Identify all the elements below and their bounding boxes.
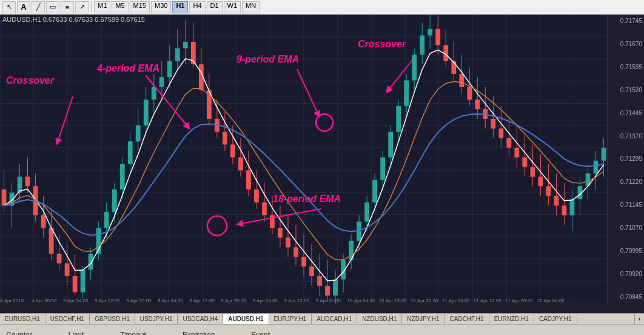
price-level-8: 0.71145 [610, 201, 642, 208]
cursor-tool[interactable]: ↖ [2, 1, 16, 13]
tab-eurusd[interactable]: EURUSD,H1 [0, 314, 45, 324]
price-level-11: 0.70920 [610, 271, 642, 277]
tab-nzdusd[interactable]: NZDUSD,H1 [357, 314, 402, 324]
tab-usdjpy[interactable]: USDJPY,H1 [135, 314, 178, 324]
tf-mn[interactable]: MN [242, 1, 260, 13]
time-axis [0, 303, 608, 313]
chart-wrapper: AUDUSD,H1 0.67633 0.67633 0.67589 0.6761… [0, 15, 644, 303]
expiration-label[interactable]: Expiration [183, 331, 215, 336]
price-level-4: 0.71445 [610, 110, 642, 117]
toolbar-separator-1 [91, 2, 92, 13]
tab-audcad[interactable]: AUDCAD,H1 [312, 314, 357, 324]
tab-cadchf[interactable]: CADCHF,H1 [445, 314, 489, 324]
price-level-0: 0.71745 [610, 18, 642, 24]
rect-tool[interactable]: ▭ [46, 1, 59, 13]
tf-m1[interactable]: M1 [94, 1, 110, 13]
tab-audusd[interactable]: AUDUSD,H1 [223, 314, 269, 324]
chart-canvas[interactable] [0, 15, 608, 303]
price-scale-bottom [608, 303, 644, 313]
counter-label[interactable]: Counter [6, 331, 32, 336]
main-toolbar: ↖ A ╱ ▭ ≡ ↗ M1 M5 M15 M30 H1 H4 D1 W1 MN [0, 0, 644, 15]
tab-nzdjpy[interactable]: NZDJPY,H1 [402, 314, 444, 324]
timeout-label[interactable]: Timeout [120, 331, 146, 336]
time-canvas [0, 303, 608, 313]
fib-tool[interactable]: ≡ [61, 1, 74, 13]
tab-usdchf[interactable]: USDCHF,H1 [45, 314, 90, 324]
tf-w1[interactable]: W1 [224, 1, 241, 13]
tab-eurnzd[interactable]: EURNZD,H1 [489, 314, 534, 324]
price-scale: 0.71745 0.71670 0.71595 0.71520 0.71445 … [608, 15, 644, 303]
price-level-1: 0.71670 [610, 41, 642, 47]
price-level-9: 0.71070 [610, 225, 642, 231]
chart-main[interactable]: AUDUSD,H1 0.67633 0.67633 0.67589 0.6761… [0, 15, 608, 303]
tab-gbpusd[interactable]: GBPUSD,H1 [90, 314, 135, 324]
price-level-5: 0.71370 [610, 133, 642, 140]
bottom-bar: Counter Limit Timeout Expiration Event [0, 324, 644, 335]
tf-m30[interactable]: M30 [151, 1, 171, 13]
symbol-label: AUDUSD,H1 [2, 16, 41, 23]
limit-label[interactable]: Limit [69, 331, 84, 336]
price-level-7: 0.71220 [610, 178, 642, 185]
tab-cadjpy[interactable]: CADJPY,H1 [534, 314, 577, 324]
tf-d1[interactable]: D1 [207, 1, 223, 13]
price-level-2: 0.71595 [610, 64, 642, 70]
tf-m5[interactable]: M5 [112, 1, 128, 13]
arrow-tool[interactable]: ↗ [75, 1, 89, 13]
price-level-3: 0.71520 [610, 87, 642, 93]
line-tool[interactable]: ╱ [32, 1, 45, 13]
tab-eurjpy[interactable]: EURJPY,H1 [269, 314, 312, 324]
text-tool[interactable]: A [17, 1, 30, 13]
tf-h4[interactable]: H4 [189, 1, 205, 13]
price-level-10: 0.70995 [610, 248, 642, 254]
symbol-bar: AUDUSD,H1 0.67633 0.67633 0.67589 0.6761… [2, 16, 145, 23]
chart-tabs: EURUSD,H1 USDCHF,H1 GBPUSD,H1 USDJPY,H1 … [0, 313, 644, 324]
tf-m15[interactable]: M15 [130, 1, 150, 13]
price-level-6: 0.71295 [610, 155, 642, 162]
price-info: 0.67633 0.67633 0.67589 0.67615 [43, 16, 145, 23]
time-axis-section [0, 303, 644, 313]
tf-h1[interactable]: H1 [172, 1, 188, 13]
price-level-12: 0.70845 [610, 294, 642, 300]
event-label[interactable]: Event [251, 331, 270, 336]
tab-usdcad[interactable]: USDCAD,H4 [178, 314, 223, 324]
tab-scroll-right[interactable]: › [634, 314, 644, 324]
